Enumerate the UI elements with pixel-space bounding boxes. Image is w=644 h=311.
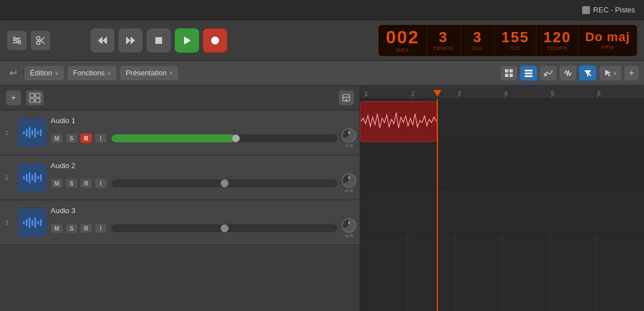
svg-rect-43	[29, 127, 30, 138]
back-button[interactable]: ↩	[5, 65, 21, 82]
svg-marker-10	[98, 37, 102, 44]
track-icon-2[interactable]	[18, 164, 46, 192]
temps-value: 3	[439, 30, 448, 44]
filter-view-button[interactable]	[579, 65, 597, 81]
mute-button-2[interactable]: M	[51, 178, 63, 188]
svg-rect-23	[525, 75, 533, 77]
stop-button[interactable]	[146, 28, 171, 53]
gain-knob-1[interactable]	[342, 128, 356, 143]
presentation-chevron: ∨	[169, 70, 173, 76]
edition-menu-button[interactable]: Édition ∨	[24, 65, 65, 81]
transport-controls	[90, 28, 227, 53]
track-buttons-1: M S R I G R	[51, 128, 356, 148]
mute-button-3[interactable]: M	[51, 223, 63, 233]
solo-button-2[interactable]: S	[65, 178, 78, 188]
presentation-menu-button[interactable]: Présentation ∨	[119, 65, 179, 81]
track-icon-1[interactable]	[18, 119, 46, 147]
svg-rect-21	[525, 70, 533, 71]
svg-marker-12	[126, 37, 131, 44]
track-name-2: Audio 2	[51, 161, 356, 170]
arrangement-tracks	[360, 99, 644, 311]
svg-rect-14	[155, 37, 162, 44]
arm-value: Do maj	[585, 31, 630, 43]
collapse-button[interactable]	[338, 90, 354, 106]
fonctions-menu-button[interactable]: Fonctions ∨	[67, 65, 117, 81]
fast-forward-button[interactable]	[118, 28, 143, 53]
svg-rect-42	[26, 129, 28, 137]
svg-rect-61	[40, 219, 42, 226]
svg-rect-50	[29, 172, 30, 183]
knob-labels-2: G R	[345, 188, 353, 193]
record-button[interactable]	[203, 28, 227, 53]
div-label: DIV	[472, 46, 482, 51]
svg-rect-55	[23, 221, 25, 224]
volume-slider-2[interactable]	[111, 179, 337, 187]
track-name-3: Audio 3	[51, 206, 356, 215]
play-button[interactable]	[175, 28, 199, 53]
track-number-2: 2	[0, 174, 14, 181]
ruler-mark-4: 4	[504, 91, 551, 97]
scissors-tool-button[interactable]	[30, 30, 51, 51]
svg-rect-37	[30, 98, 34, 102]
cursor-tool-button[interactable]: ∨	[599, 65, 622, 81]
mes-label: MES	[396, 47, 409, 53]
track-headers-panel: + 1	[0, 85, 360, 311]
arm-label: ARM	[601, 44, 614, 50]
audio-clip-1[interactable]	[360, 101, 437, 142]
smart-controls-button[interactable]	[26, 90, 44, 106]
solo-button-1[interactable]: S	[65, 133, 78, 143]
svg-rect-48	[23, 176, 25, 179]
curve-view-button[interactable]	[539, 65, 557, 81]
tempo-label: TEMPO	[547, 46, 567, 51]
volume-slider-1[interactable]	[111, 134, 337, 142]
wave-view-button[interactable]	[559, 65, 577, 81]
svg-marker-34	[605, 70, 611, 76]
list-view-button[interactable]	[520, 65, 538, 81]
eq-tool-button[interactable]	[7, 30, 27, 51]
volume-slider-3[interactable]	[111, 224, 337, 232]
svg-rect-52	[34, 173, 36, 183]
add-track-button[interactable]: +	[6, 90, 21, 106]
arrangement-track-row-2	[360, 144, 644, 189]
fonctions-label: Fonctions	[73, 69, 105, 77]
track-number-3: 3	[0, 219, 14, 226]
track-icon-3[interactable]	[18, 209, 46, 237]
record-arm-button-2[interactable]: R	[80, 178, 92, 188]
playhead-line	[437, 99, 438, 311]
input-button-2[interactable]: I	[95, 178, 107, 188]
table-row: 1 Audio 1 M S R I	[0, 110, 360, 155]
presentation-label: Présentation	[126, 69, 167, 77]
edition-chevron: ∨	[55, 70, 59, 76]
arrangement-track-row-3	[360, 189, 644, 234]
gain-knob-2[interactable]	[342, 173, 356, 188]
add-track-toolbar-button[interactable]: +	[624, 65, 639, 81]
ruler-mark-5: 5	[551, 91, 598, 97]
solo-button-3[interactable]: S	[65, 223, 78, 233]
track-number-1: 1	[0, 129, 14, 136]
track-slider-area-1	[111, 134, 337, 142]
svg-rect-38	[35, 98, 40, 102]
track-slider-area-2	[111, 179, 337, 187]
svg-line-9	[40, 39, 45, 44]
track-name-1: Audio 1	[51, 116, 356, 125]
gain-knob-3[interactable]	[342, 218, 356, 233]
svg-line-8	[40, 37, 45, 42]
tic-display: 155 TIC	[495, 25, 536, 56]
record-arm-button-1[interactable]: R	[80, 133, 92, 143]
tool-group	[7, 30, 51, 51]
svg-point-6	[37, 41, 40, 44]
table-row: 2 Audio 2 M S R I	[0, 155, 360, 200]
svg-point-4	[16, 39, 19, 42]
svg-rect-57	[29, 217, 30, 228]
mute-button-1[interactable]: M	[51, 133, 63, 143]
edition-label: Édition	[30, 69, 52, 77]
tempo-value: 120	[543, 30, 571, 44]
input-button-1[interactable]: I	[95, 133, 107, 143]
rewind-button[interactable]	[90, 28, 115, 53]
knob-labels-3: G R	[345, 233, 353, 238]
input-button-3[interactable]: I	[95, 223, 107, 233]
main-area: + 1	[0, 85, 644, 311]
grid-view-button[interactable]	[500, 65, 518, 81]
svg-line-30	[570, 73, 571, 76]
record-arm-button-3[interactable]: R	[80, 223, 92, 233]
